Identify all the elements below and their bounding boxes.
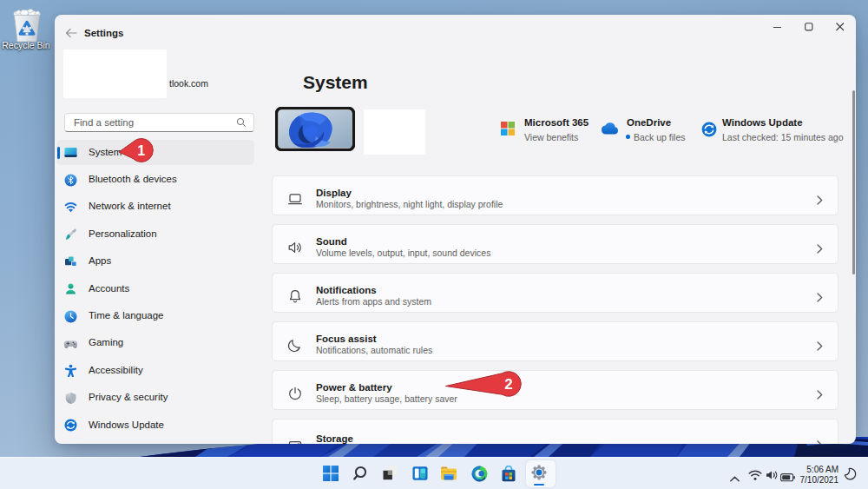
svg-text:1: 1 xyxy=(137,143,145,158)
svg-text:2: 2 xyxy=(504,376,512,393)
